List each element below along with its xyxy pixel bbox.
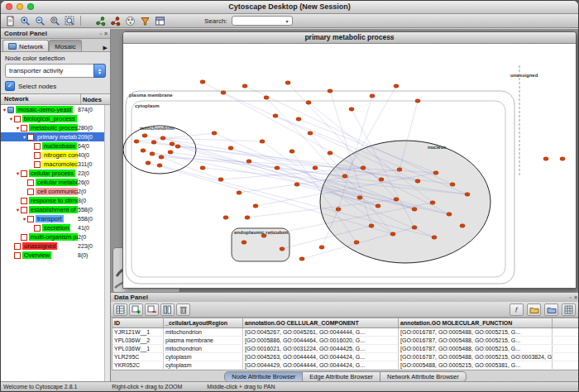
export-attributes-icon[interactable] [544, 304, 558, 316]
filter-icon[interactable] [138, 15, 151, 27]
network-node[interactable] [349, 108, 354, 111]
network-node[interactable] [151, 141, 156, 144]
network-node[interactable] [150, 152, 155, 155]
network-node[interactable] [168, 151, 173, 154]
table-cell[interactable]: mitochondrion [164, 345, 243, 352]
network-node[interactable] [253, 204, 258, 208]
network-node[interactable] [361, 166, 366, 170]
column-header-molecular-function[interactable]: annotation.GO MOLECULAR_FUNCTION [399, 318, 553, 327]
network-node[interactable] [142, 134, 147, 137]
network-node[interactable] [285, 81, 290, 84]
color-attribute-dropdown[interactable]: transporter activity ▲▼ [5, 64, 106, 78]
network-node[interactable] [146, 161, 151, 165]
title-bar[interactable]: Cytoscape Desktop (New Session) [1, 1, 578, 14]
network-node[interactable] [273, 114, 278, 117]
network-node[interactable] [357, 196, 362, 199]
table-cell[interactable]: mitochondrion [164, 328, 243, 336]
zoom-selected-icon[interactable] [48, 15, 61, 27]
network-node[interactable] [260, 140, 265, 143]
network-node[interactable] [308, 131, 313, 135]
zoom-in-icon[interactable] [18, 15, 31, 27]
network-edge[interactable] [266, 98, 360, 198]
network-node[interactable] [237, 191, 242, 194]
network-node[interactable] [319, 246, 324, 249]
network-node[interactable] [560, 157, 565, 160]
float-data-panel-icon[interactable]: ▫ [569, 293, 571, 302]
tree-scrollbar[interactable] [104, 105, 110, 383]
tab-network[interactable]: Network [2, 40, 49, 51]
float-panel-icon[interactable]: ▫ [99, 29, 101, 38]
close-panel-icon[interactable]: × [104, 29, 108, 38]
table-row[interactable]: YKR052Ccytoplasm[GO:0044429, GO:0044444,… [112, 361, 578, 370]
network-node[interactable] [294, 183, 299, 186]
table-cell[interactable]: plasma membrane [164, 337, 243, 344]
network-node[interactable] [218, 178, 223, 181]
matrix-icon[interactable] [562, 304, 576, 316]
network-node[interactable] [223, 216, 228, 219]
tree-row[interactable]: ▼transport558(0 [1, 214, 110, 223]
table-cell[interactable]: [GO:0005886, GO:0044464, GO:0016020, G..… [243, 337, 399, 344]
network-node[interactable] [212, 131, 217, 135]
search-input[interactable] [232, 16, 293, 26]
expander-icon[interactable]: ▼ [22, 135, 27, 140]
tree-row[interactable]: secretion41(0 [1, 223, 110, 232]
expander-icon[interactable]: ▼ [8, 117, 14, 122]
close-data-panel-icon[interactable]: × [574, 293, 577, 302]
network-node[interactable] [415, 99, 420, 103]
network-node[interactable] [370, 94, 375, 98]
close-window-button[interactable] [6, 3, 12, 10]
table-cell[interactable]: [GO:0016787, GO:0005488, GO:0005215, G..… [399, 337, 553, 344]
tab-scroll-right-icon[interactable]: ▶ [101, 45, 110, 51]
select-nodes-checkbox[interactable]: ✓ [5, 81, 15, 91]
network-node[interactable] [264, 96, 269, 99]
network-node[interactable] [432, 236, 437, 239]
table-cell[interactable]: YPL036W__1 [112, 345, 164, 352]
table-cell[interactable]: YKR052C [112, 361, 164, 369]
network-node[interactable] [246, 160, 251, 163]
tree-row[interactable]: macromolecule311(0 [1, 160, 110, 169]
table-cell[interactable]: [GO:0016787, GO:0005488, GO:0005215, G..… [399, 328, 553, 336]
table-row[interactable]: YJR121W__1mitochondrion[GO:0045267, GO:0… [112, 328, 578, 337]
expander-icon[interactable]: ▼ [15, 171, 21, 176]
table-cell[interactable]: [GO:0045263, GO:0044444, GO:0044424, G..… [243, 353, 399, 361]
create-network-icon[interactable] [93, 15, 107, 27]
table-cell[interactable]: [GO:0016021, GO:0031224, GO:0044425, G..… [243, 370, 399, 370]
table-cell[interactable]: cytoplasm [164, 361, 243, 369]
network-node[interactable] [221, 91, 226, 94]
network-view-title[interactable]: primary metabolic process [123, 32, 576, 44]
network-node[interactable] [397, 168, 402, 171]
network-node[interactable] [354, 241, 359, 244]
network-node[interactable] [159, 155, 164, 159]
column-layout-icon[interactable] [160, 304, 175, 316]
network-node[interactable] [175, 145, 180, 148]
tree-header-network[interactable]: Network [1, 94, 81, 104]
network-node[interactable] [200, 166, 205, 170]
network-node[interactable] [280, 247, 285, 251]
network-node[interactable] [447, 213, 452, 216]
table-cell[interactable]: [GO:0045267, GO:0045261, GO:0044444, G..… [243, 328, 399, 336]
minimize-window-button[interactable] [17, 3, 23, 10]
tree-row[interactable]: ▼establishment of lo558(0 [1, 205, 110, 214]
tree-row[interactable]: unassigned223(0 [1, 241, 110, 251]
import-network-icon[interactable] [108, 15, 122, 27]
network-edge[interactable] [223, 93, 418, 181]
zoom-fit-icon[interactable] [63, 15, 76, 27]
expander-icon[interactable]: ▼ [2, 108, 7, 112]
column-header-region[interactable]: _cellularLayoutRegion [164, 318, 243, 327]
table-row[interactable]: YPL036W__1mitochondrion[GO:0016021, GO:0… [112, 345, 578, 353]
network-node[interactable] [369, 224, 374, 227]
network-node[interactable] [412, 226, 417, 229]
network-node[interactable] [170, 142, 175, 146]
network-node[interactable] [394, 84, 399, 88]
network-node[interactable] [390, 232, 395, 236]
function-builder-icon[interactable]: ƒ [510, 304, 524, 316]
create-attribute-icon[interactable] [129, 304, 143, 316]
table-cell[interactable]: [GO:0016787, GO:0005488, GO:0005215, GO:… [399, 353, 553, 361]
network-node[interactable] [245, 216, 250, 219]
network-node[interactable] [430, 201, 435, 204]
tree-row[interactable]: cellular metabo26(0 [1, 178, 110, 187]
delete-attribute-icon[interactable] [145, 304, 159, 316]
tree-row[interactable]: cell communica2(0 [1, 187, 110, 196]
table-cell[interactable]: YDR039C__1 [112, 370, 164, 370]
network-node[interactable] [242, 84, 247, 88]
